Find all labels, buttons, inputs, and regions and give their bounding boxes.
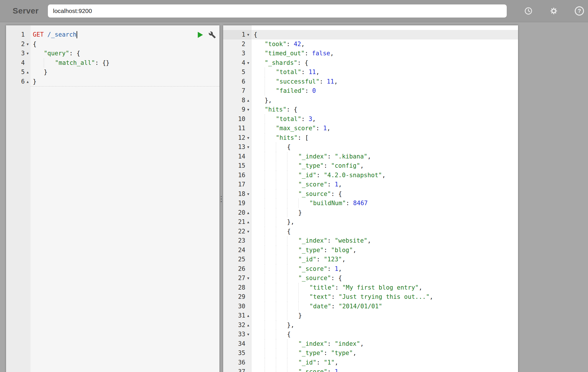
fold-widget-icon[interactable]: ▴ (245, 320, 251, 330)
token-key: "_index" (298, 236, 327, 246)
token-plain: : (301, 67, 308, 77)
send-request-button[interactable] (196, 31, 204, 39)
fold-widget-icon[interactable]: ▾ (245, 105, 251, 114)
response-viewer-pane[interactable]: 1▾234▾5678▴9▾101112▾13▾1415161718▾1920▴2… (223, 25, 518, 372)
token-key: "_score" (298, 180, 327, 189)
token-plain: : (327, 339, 335, 349)
response-code-line: "_id": "123", (251, 255, 518, 264)
response-code-line: "_score": 1, (251, 180, 518, 189)
indent-guide (276, 180, 287, 189)
token-plain: , (334, 77, 338, 86)
indent-guide (276, 320, 287, 330)
line-number: 21 (238, 217, 245, 227)
token-key: "successful" (276, 77, 320, 86)
indent-guide (254, 124, 265, 133)
pane-splitter[interactable]: ⋮ (219, 25, 223, 372)
indent-guide (254, 142, 265, 152)
indent-guide (265, 311, 276, 320)
token-plain: : (316, 358, 324, 367)
token-key: "match_all" (55, 58, 95, 68)
gutter-row: 26 (223, 264, 251, 274)
response-code-line: "_index": ".kibana", (251, 152, 518, 161)
fold-widget-icon[interactable]: ▾ (245, 227, 251, 236)
request-code-line[interactable]: } (31, 77, 219, 86)
request-code-line[interactable]: GET /_search (31, 30, 219, 39)
token-key: "_id" (298, 255, 316, 264)
gutter-row: 29 (223, 292, 251, 302)
indent-guide (287, 348, 298, 358)
line-number: 5 (21, 67, 25, 77)
history-icon[interactable] (524, 7, 533, 15)
indent-guide (254, 217, 265, 227)
request-code-line[interactable]: "match_all": {} (31, 58, 219, 68)
response-code-line: "total": 11, (251, 67, 518, 77)
fold-widget-icon[interactable]: ▴ (245, 96, 251, 105)
request-editor-pane[interactable]: 12▾3▾45▴6▴ GET /_search{"query": {"match… (6, 25, 219, 372)
fold-widget-icon[interactable]: ▾ (245, 58, 251, 68)
token-str: "123" (324, 255, 342, 264)
fold-widget-icon[interactable]: ▴ (25, 77, 31, 86)
fold-widget-icon[interactable]: ▴ (245, 208, 251, 218)
fold-widget-icon[interactable]: ▴ (245, 311, 251, 320)
token-plain: , (342, 255, 346, 264)
response-code-line: { (251, 142, 518, 152)
token-key: "total" (276, 67, 301, 77)
server-input[interactable] (48, 4, 507, 18)
indent-guide (254, 49, 265, 58)
response-code-line: "_index": "index", (251, 339, 518, 349)
request-actions (196, 31, 216, 39)
response-code-line: "title": "My first blog entry", (251, 283, 518, 292)
token-key: "_source" (298, 273, 331, 283)
token-num: 0 (312, 86, 316, 96)
token-key: "_id" (298, 171, 316, 180)
token-plain: { (287, 330, 291, 339)
fold-widget-icon[interactable]: ▾ (245, 273, 251, 283)
fold-widget-icon[interactable]: ▾ (25, 39, 31, 49)
token-plain (44, 30, 48, 39)
token-plain: : (287, 39, 294, 49)
fold-widget-icon[interactable]: ▾ (245, 30, 251, 39)
indent-guide (276, 171, 287, 180)
token-plain: { (287, 142, 291, 152)
token-str: "1" (324, 358, 335, 367)
indent-guide (265, 133, 276, 143)
token-plain: , (367, 236, 371, 246)
fold-widget-icon[interactable]: ▴ (25, 67, 31, 77)
response-code-line: "text": "Just trying this out...", (251, 292, 518, 302)
response-code-line: "failed": 0 (251, 86, 518, 96)
fold-widget-icon[interactable]: ▴ (245, 217, 251, 227)
indent-guide (287, 255, 298, 264)
indent-guide (265, 358, 276, 367)
token-plain: , (353, 348, 356, 358)
gutter-row: 8▴ (223, 96, 251, 105)
fold-widget-icon[interactable]: ▾ (245, 133, 251, 143)
token-str: "type" (331, 348, 353, 358)
indent-guide (276, 264, 287, 274)
request-code-area[interactable]: GET /_search{"query": {"match_all": {}}} (31, 25, 219, 372)
gear-icon[interactable] (549, 7, 558, 15)
request-code-line[interactable]: { (31, 39, 219, 49)
response-code-line: } (251, 311, 518, 320)
token-str: ".kibana" (335, 152, 367, 161)
response-code-line: "_score": 1, (251, 367, 518, 372)
indent-guide (254, 348, 265, 358)
response-code-line: "took": 42, (251, 39, 518, 49)
token-plain: : (324, 161, 331, 171)
request-code-line[interactable]: } (31, 67, 219, 77)
fold-widget-icon[interactable]: ▾ (245, 189, 251, 199)
fold-widget-icon[interactable]: ▾ (25, 49, 31, 58)
indent-guide (276, 255, 287, 264)
fold-widget-icon[interactable]: ▾ (245, 330, 251, 339)
token-plain: : { (69, 49, 80, 58)
response-code-line: "_source": { (251, 189, 518, 199)
request-settings-button[interactable] (208, 31, 216, 39)
indent-guide (265, 77, 276, 86)
indent-guide (254, 255, 265, 264)
help-icon[interactable]: ? (575, 6, 584, 16)
indent-guide (287, 264, 298, 274)
fold-widget-icon[interactable]: ▾ (245, 142, 251, 152)
request-code-line[interactable]: "query": { (31, 49, 219, 58)
gutter-row: 31▴ (223, 311, 251, 320)
token-plain: , (360, 339, 364, 349)
token-str: "blog" (331, 246, 353, 255)
